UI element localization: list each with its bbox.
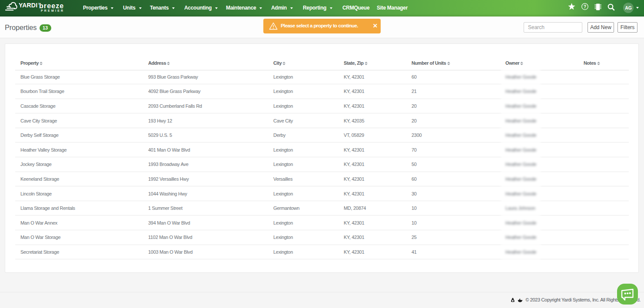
svg-text:YARDI: YARDI — [19, 2, 37, 9]
svg-text:PREMIER: PREMIER — [41, 9, 64, 12]
svg-text:breeze: breeze — [39, 2, 64, 10]
svg-text:?: ? — [584, 4, 586, 9]
